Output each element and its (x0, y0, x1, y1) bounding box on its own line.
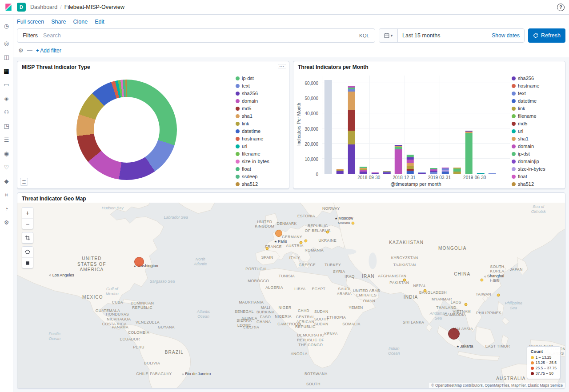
legend-item[interactable]: text (236, 83, 286, 88)
filter-settings-gear-icon[interactable]: ⚙ (18, 47, 24, 54)
legend-item[interactable]: domain (512, 144, 562, 149)
bar-segment-sha256[interactable] (383, 172, 390, 174)
legend-item[interactable]: filename (512, 113, 562, 119)
panel-menu-button[interactable]: ••• (278, 64, 286, 68)
bar-segment-link[interactable] (348, 131, 355, 144)
kql-toggle[interactable]: KQL (354, 33, 375, 38)
legend-item[interactable]: md5 (236, 106, 286, 111)
bar-segment-datetime[interactable] (407, 171, 414, 174)
fit-to-bounds-button[interactable] (22, 232, 33, 243)
small-count-marker[interactable] (266, 247, 269, 250)
legend-item[interactable]: sha1 (512, 136, 562, 141)
bar-segment-sha1[interactable] (348, 92, 355, 111)
logs-icon[interactable]: ☰ (0, 133, 13, 147)
small-count-marker[interactable] (326, 231, 329, 234)
small-count-marker[interactable] (424, 289, 427, 292)
uptime-icon[interactable]: ♡ (0, 160, 13, 174)
legend-item[interactable]: sha1 (236, 113, 286, 119)
machine-learning-icon[interactable]: ⚇ (0, 105, 13, 119)
legend-item[interactable]: link (512, 106, 562, 111)
search-input[interactable] (43, 32, 354, 39)
bar-segment-sha256[interactable] (418, 173, 425, 174)
legend-item[interactable]: hostname (512, 83, 562, 88)
add-filter-link[interactable]: + Add filter (36, 48, 61, 54)
bar-segment-domain[interactable] (407, 160, 414, 163)
bar-segment-sha256[interactable] (360, 172, 367, 174)
draw-bounds-button[interactable] (22, 257, 33, 268)
legend-item[interactable]: filename (236, 151, 286, 156)
discover-icon[interactable]: ◎ (0, 36, 13, 50)
legend-item[interactable]: domain|ip (512, 159, 562, 164)
legend-item[interactable]: url (512, 128, 562, 134)
small-count-marker[interactable] (351, 221, 354, 224)
legend-item[interactable]: md5 (512, 121, 562, 126)
legend-item[interactable]: ssdeep (236, 174, 286, 179)
small-count-marker[interactable] (480, 278, 483, 281)
dev-tools-icon[interactable]: ⌗ (0, 188, 13, 202)
bar-segment-sha256[interactable] (336, 171, 343, 174)
count-marker-northern-europe-cluster[interactable] (275, 230, 282, 237)
bar-segment-sha1[interactable] (407, 163, 414, 166)
count-marker-north-america-cluster[interactable] (134, 257, 144, 267)
bar-segment-url[interactable] (477, 173, 484, 174)
bar-segment-text[interactable] (430, 172, 437, 174)
legend-item[interactable]: sha512 (236, 181, 286, 187)
small-count-marker[interactable] (497, 293, 500, 296)
legend-item[interactable]: float (512, 174, 562, 179)
canvas-icon[interactable]: ▭ (0, 78, 13, 92)
zoom-out-button[interactable]: − (22, 218, 33, 229)
legend-item[interactable]: float (236, 166, 286, 172)
kibana-logo[interactable] (4, 3, 12, 11)
bar-segment-sha256[interactable] (348, 144, 355, 174)
legend-item[interactable]: ip-dst (236, 76, 286, 81)
bar-segment-domain[interactable] (395, 149, 402, 174)
small-count-marker[interactable] (299, 241, 302, 244)
legend-item[interactable]: datetime (512, 98, 562, 104)
legend-item[interactable]: text (512, 91, 562, 96)
legend-item[interactable]: url (236, 144, 286, 149)
apm-icon[interactable]: ◉ (0, 147, 13, 160)
legend-item[interactable]: sha256 (512, 76, 562, 81)
small-count-marker[interactable] (304, 240, 307, 243)
small-count-marker[interactable] (403, 278, 406, 281)
dashboard-icon[interactable]: ▦ (0, 64, 13, 78)
bar-segment-datetime[interactable] (442, 172, 449, 174)
siem-icon[interactable]: ◆ (0, 174, 13, 188)
legend-item[interactable]: size-in-bytes (512, 166, 562, 172)
filters-button[interactable]: Filters (17, 29, 43, 42)
zoom-in-button[interactable]: + (22, 208, 33, 218)
full-screen-button[interactable]: Full screen (17, 19, 44, 25)
donut-chart[interactable] (76, 80, 177, 180)
legend-item[interactable]: domain (236, 98, 286, 104)
bar-segment-link[interactable] (453, 172, 461, 174)
count-marker-southeast-asia-cluster[interactable] (448, 328, 460, 340)
maps-icon[interactable]: ◈ (0, 92, 13, 105)
time-range-value[interactable]: Last 15 months (398, 32, 487, 39)
legend-item[interactable]: size-in-bytes (236, 159, 286, 164)
space-badge[interactable]: D (17, 3, 26, 12)
clone-button[interactable]: Clone (73, 19, 88, 25)
legend-item[interactable]: sha512 (512, 181, 562, 187)
legend-toggle-button[interactable]: ☰ (20, 178, 28, 186)
calendar-button[interactable]: ▾ (379, 29, 398, 42)
management-icon[interactable]: ⚙ (0, 216, 13, 229)
legend-item[interactable]: hostname (236, 136, 286, 141)
bar-segment-other[interactable] (325, 80, 332, 174)
show-dates-link[interactable]: Show dates (487, 32, 524, 39)
monitoring-icon[interactable]: ◔ (0, 202, 13, 216)
bar-segment-text[interactable] (489, 173, 496, 174)
legend-item[interactable]: sha256 (236, 91, 286, 96)
legend-item[interactable]: ip-dst (512, 151, 562, 156)
bar-segment-md5[interactable] (348, 110, 355, 131)
draw-polygon-button[interactable] (22, 247, 33, 257)
edit-button[interactable]: Edit (95, 19, 104, 25)
breadcrumb-dashboard[interactable]: Dashboard (30, 4, 57, 10)
help-icon[interactable]: ? (557, 4, 565, 11)
small-count-marker[interactable] (464, 303, 467, 306)
bar-segment-sha256[interactable] (371, 173, 378, 174)
visualize-icon[interactable]: ◫ (0, 50, 13, 64)
bar-segment-ip-dst[interactable] (465, 133, 472, 174)
recently-viewed-icon[interactable]: ◷ (0, 19, 13, 33)
legend-item[interactable]: link (236, 121, 286, 126)
legend-item[interactable]: datetime (236, 128, 286, 134)
